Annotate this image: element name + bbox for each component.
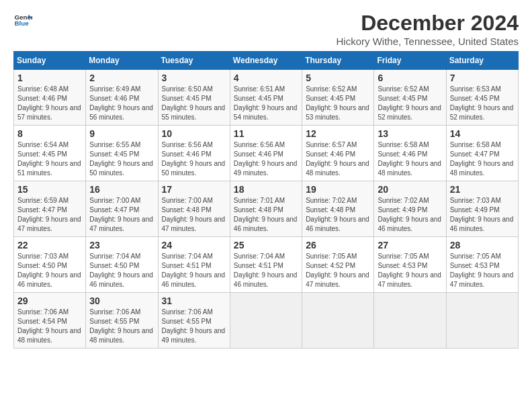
calendar-cell: 5Sunrise: 6:52 AM Sunset: 4:45 PM Daylig… (302, 70, 374, 126)
day-detail: Sunrise: 7:05 AM Sunset: 4:53 PM Dayligh… (450, 252, 515, 289)
calendar-cell: 27Sunrise: 7:05 AM Sunset: 4:53 PM Dayli… (374, 237, 446, 293)
calendar-cell (446, 293, 518, 349)
day-number: 9 (89, 128, 154, 139)
calendar-cell: 1Sunrise: 6:48 AM Sunset: 4:46 PM Daylig… (14, 70, 86, 126)
day-number: 18 (234, 184, 298, 195)
week-row: 22Sunrise: 7:03 AM Sunset: 4:50 PM Dayli… (14, 237, 519, 293)
calendar-cell: 24Sunrise: 7:04 AM Sunset: 4:51 PM Dayli… (158, 237, 230, 293)
calendar-cell: 30Sunrise: 7:06 AM Sunset: 4:55 PM Dayli… (86, 293, 158, 349)
logo: General Blue (13, 11, 32, 30)
week-row: 1Sunrise: 6:48 AM Sunset: 4:46 PM Daylig… (14, 70, 519, 126)
calendar-cell: 25Sunrise: 7:04 AM Sunset: 4:51 PM Dayli… (230, 237, 302, 293)
header-cell-wednesday: Wednesday (230, 52, 302, 70)
day-number: 12 (306, 128, 370, 139)
calendar-cell (374, 293, 446, 349)
day-number: 19 (306, 184, 370, 195)
svg-text:Blue: Blue (14, 19, 29, 27)
calendar-cell: 2Sunrise: 6:49 AM Sunset: 4:46 PM Daylig… (86, 70, 158, 126)
day-number: 14 (450, 128, 515, 139)
calendar-table: SundayMondayTuesdayWednesdayThursdayFrid… (13, 51, 519, 349)
title-section: December 2024 Hickory Withe, Tennessee, … (336, 11, 519, 47)
day-detail: Sunrise: 6:56 AM Sunset: 4:46 PM Dayligh… (234, 140, 298, 178)
calendar-cell: 31Sunrise: 7:06 AM Sunset: 4:55 PM Dayli… (158, 293, 230, 349)
day-detail: Sunrise: 7:06 AM Sunset: 4:55 PM Dayligh… (162, 308, 226, 345)
day-number: 31 (162, 295, 226, 306)
day-number: 28 (450, 240, 515, 250)
calendar-cell: 4Sunrise: 6:51 AM Sunset: 4:45 PM Daylig… (230, 70, 302, 126)
day-detail: Sunrise: 7:05 AM Sunset: 4:53 PM Dayligh… (378, 252, 442, 289)
day-detail: Sunrise: 7:00 AM Sunset: 4:47 PM Dayligh… (89, 196, 154, 234)
day-number: 16 (89, 184, 154, 195)
header-row: SundayMondayTuesdayWednesdayThursdayFrid… (14, 52, 519, 70)
calendar-cell: 12Sunrise: 6:57 AM Sunset: 4:46 PM Dayli… (302, 126, 374, 181)
day-detail: Sunrise: 7:04 AM Sunset: 4:50 PM Dayligh… (89, 252, 154, 289)
day-detail: Sunrise: 6:58 AM Sunset: 4:46 PM Dayligh… (378, 140, 442, 178)
calendar-cell: 16Sunrise: 7:00 AM Sunset: 4:47 PM Dayli… (86, 181, 158, 237)
day-detail: Sunrise: 6:49 AM Sunset: 4:46 PM Dayligh… (89, 85, 154, 122)
header-cell-friday: Friday (374, 52, 446, 70)
calendar-cell: 22Sunrise: 7:03 AM Sunset: 4:50 PM Dayli… (14, 237, 86, 293)
calendar-cell: 20Sunrise: 7:02 AM Sunset: 4:49 PM Dayli… (374, 181, 446, 237)
day-number: 24 (162, 240, 226, 250)
day-number: 27 (378, 240, 442, 250)
calendar-cell: 15Sunrise: 6:59 AM Sunset: 4:47 PM Dayli… (14, 181, 86, 237)
day-number: 13 (378, 128, 442, 139)
day-detail: Sunrise: 7:05 AM Sunset: 4:52 PM Dayligh… (306, 252, 370, 289)
week-row: 29Sunrise: 7:06 AM Sunset: 4:54 PM Dayli… (14, 293, 519, 349)
day-number: 21 (450, 184, 515, 195)
day-number: 30 (89, 295, 154, 306)
calendar-cell: 28Sunrise: 7:05 AM Sunset: 4:53 PM Dayli… (446, 237, 518, 293)
calendar-cell: 19Sunrise: 7:02 AM Sunset: 4:48 PM Dayli… (302, 181, 374, 237)
day-number: 6 (378, 73, 442, 83)
calendar-cell: 26Sunrise: 7:05 AM Sunset: 4:52 PM Dayli… (302, 237, 374, 293)
day-detail: Sunrise: 6:55 AM Sunset: 4:45 PM Dayligh… (89, 140, 154, 178)
day-detail: Sunrise: 7:06 AM Sunset: 4:55 PM Dayligh… (89, 308, 154, 345)
day-number: 2 (89, 73, 154, 83)
day-detail: Sunrise: 6:52 AM Sunset: 4:45 PM Dayligh… (378, 85, 442, 122)
day-detail: Sunrise: 6:58 AM Sunset: 4:47 PM Dayligh… (450, 140, 515, 178)
day-number: 20 (378, 184, 442, 195)
header-cell-thursday: Thursday (302, 52, 374, 70)
day-number: 23 (89, 240, 154, 250)
day-detail: Sunrise: 7:00 AM Sunset: 4:48 PM Dayligh… (162, 196, 226, 234)
day-number: 5 (306, 73, 370, 83)
day-detail: Sunrise: 7:02 AM Sunset: 4:49 PM Dayligh… (378, 196, 442, 234)
day-detail: Sunrise: 7:02 AM Sunset: 4:48 PM Dayligh… (306, 196, 370, 234)
day-number: 26 (306, 240, 370, 250)
day-number: 22 (17, 240, 82, 250)
day-detail: Sunrise: 6:57 AM Sunset: 4:46 PM Dayligh… (306, 140, 370, 178)
page-subtitle: Hickory Withe, Tennessee, United States (336, 36, 519, 47)
calendar-cell: 11Sunrise: 6:56 AM Sunset: 4:46 PM Dayli… (230, 126, 302, 181)
day-detail: Sunrise: 6:56 AM Sunset: 4:46 PM Dayligh… (162, 140, 226, 178)
calendar-cell: 8Sunrise: 6:54 AM Sunset: 4:45 PM Daylig… (14, 126, 86, 181)
calendar-cell: 29Sunrise: 7:06 AM Sunset: 4:54 PM Dayli… (14, 293, 86, 349)
calendar-cell: 9Sunrise: 6:55 AM Sunset: 4:45 PM Daylig… (86, 126, 158, 181)
header-cell-sunday: Sunday (14, 52, 86, 70)
calendar-cell (230, 293, 302, 349)
day-detail: Sunrise: 7:03 AM Sunset: 4:50 PM Dayligh… (17, 252, 82, 289)
calendar-cell: 18Sunrise: 7:01 AM Sunset: 4:48 PM Dayli… (230, 181, 302, 237)
calendar-cell: 17Sunrise: 7:00 AM Sunset: 4:48 PM Dayli… (158, 181, 230, 237)
header-cell-monday: Monday (86, 52, 158, 70)
calendar-cell: 23Sunrise: 7:04 AM Sunset: 4:50 PM Dayli… (86, 237, 158, 293)
day-number: 25 (234, 240, 298, 250)
calendar-cell: 13Sunrise: 6:58 AM Sunset: 4:46 PM Dayli… (374, 126, 446, 181)
day-number: 15 (17, 184, 82, 195)
day-detail: Sunrise: 7:04 AM Sunset: 4:51 PM Dayligh… (234, 252, 298, 289)
day-detail: Sunrise: 6:53 AM Sunset: 4:45 PM Dayligh… (450, 85, 515, 122)
day-detail: Sunrise: 6:52 AM Sunset: 4:45 PM Dayligh… (306, 85, 370, 122)
logo-icon: General Blue (13, 11, 32, 30)
calendar-cell: 6Sunrise: 6:52 AM Sunset: 4:45 PM Daylig… (374, 70, 446, 126)
day-number: 29 (17, 295, 82, 306)
day-number: 7 (450, 73, 515, 83)
calendar-cell: 10Sunrise: 6:56 AM Sunset: 4:46 PM Dayli… (158, 126, 230, 181)
day-number: 4 (234, 73, 298, 83)
day-number: 8 (17, 128, 82, 139)
calendar-cell: 14Sunrise: 6:58 AM Sunset: 4:47 PM Dayli… (446, 126, 518, 181)
week-row: 8Sunrise: 6:54 AM Sunset: 4:45 PM Daylig… (14, 126, 519, 181)
day-detail: Sunrise: 6:50 AM Sunset: 4:45 PM Dayligh… (162, 85, 226, 122)
day-detail: Sunrise: 6:59 AM Sunset: 4:47 PM Dayligh… (17, 196, 82, 234)
day-detail: Sunrise: 7:06 AM Sunset: 4:54 PM Dayligh… (17, 308, 82, 345)
day-detail: Sunrise: 6:48 AM Sunset: 4:46 PM Dayligh… (17, 85, 82, 122)
calendar-cell: 21Sunrise: 7:03 AM Sunset: 4:49 PM Dayli… (446, 181, 518, 237)
